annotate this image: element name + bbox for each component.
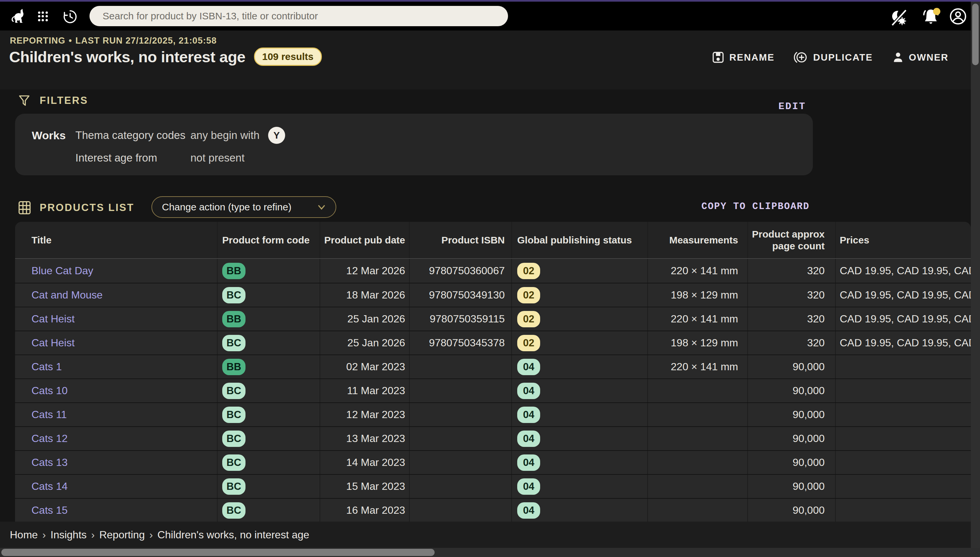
status-badge: 04	[517, 383, 540, 399]
status-badge: 02	[517, 263, 540, 279]
page-count-cell: 90,000	[792, 433, 825, 445]
change-action-value: Change action (type to refine)	[162, 202, 291, 213]
filter-value-chip: Y	[268, 127, 285, 144]
table-grid-icon	[18, 200, 31, 215]
product-title-link[interactable]: Cats 13	[31, 456, 67, 469]
product-title-link[interactable]: Cats 11	[31, 409, 67, 421]
page-count-cell: 90,000	[792, 409, 825, 421]
products-table: Title Product form code Product pub date…	[15, 222, 971, 522]
vertical-scrollbar-thumb[interactable]	[972, 3, 979, 65]
form-code-badge: BB	[222, 359, 246, 375]
prices-cell: CAD 19.95, CAD 19.95, CAD 1	[840, 289, 971, 301]
breadcrumb-current: Children's works, no interest age	[157, 529, 309, 541]
status-badge: 04	[517, 502, 540, 519]
notifications-bell-icon[interactable]	[920, 7, 941, 26]
product-title-link[interactable]: Cats 15	[31, 504, 67, 516]
owner-button[interactable]: OWNER	[892, 51, 949, 64]
form-code-badge: BC	[222, 383, 246, 399]
col-header-status: Global publishing status	[511, 222, 647, 258]
page-count-cell: 90,000	[792, 384, 825, 397]
status-badge: 04	[517, 430, 540, 447]
breadcrumb-bar: Home › Insights › Reporting › Children's…	[0, 522, 971, 548]
filter-funnel-icon	[18, 94, 31, 107]
horizontal-scrollbar-thumb[interactable]	[1, 549, 435, 556]
product-title-link[interactable]: Cats 10	[31, 384, 67, 397]
table-row: Cat and Mouse BC 18 Mar 2026 97807503491…	[15, 283, 971, 307]
pub-date-cell: 11 Mar 2023	[347, 384, 405, 397]
product-title-link[interactable]: Cat Heist	[31, 313, 75, 325]
horizontal-scrollbar-track[interactable]	[0, 548, 980, 557]
prices-cell: CAD 19.95, CAD 19.95, CAD 1	[840, 337, 971, 349]
change-action-select[interactable]: Change action (type to refine)	[152, 196, 336, 218]
page-count-cell: 320	[807, 313, 825, 325]
pub-date-cell: 14 Mar 2023	[346, 456, 405, 469]
theme-toggle-icon[interactable]	[890, 9, 908, 26]
table-row: Cats 13 BC 14 Mar 2023 04 90,000	[15, 450, 971, 474]
filter-field: Interest age from	[75, 152, 191, 164]
duplicate-icon	[794, 51, 809, 64]
search-input[interactable]	[90, 6, 508, 26]
table-row: Cat Heist BB 25 Jan 2026 9780750359115 0…	[15, 307, 971, 331]
report-last-run: LAST RUN 27/12/2025, 21:05:58	[75, 36, 217, 46]
form-code-badge: BC	[222, 502, 246, 519]
products-list-heading: PRODUCTS LIST	[18, 200, 134, 215]
table-row: Cats 12 BC 13 Mar 2023 04 90,000	[15, 426, 971, 450]
product-title-link[interactable]: Cats 12	[31, 433, 67, 445]
product-title-link[interactable]: Cats 14	[31, 480, 67, 492]
rename-button[interactable]: RENAME	[712, 51, 775, 64]
isbn-cell: 9780750359115	[430, 313, 505, 325]
col-header-isbn: Product ISBN	[409, 222, 511, 258]
status-badge: 02	[517, 287, 540, 303]
edit-filters-link[interactable]: EDIT	[778, 101, 806, 112]
product-title-link[interactable]: Blue Cat Day	[31, 265, 93, 277]
table-row: Cat Heist BC 25 Jan 2026 9780750345378 0…	[15, 331, 971, 355]
isbn-cell: 9780750345378	[429, 337, 505, 349]
product-title-link[interactable]: Cats 1	[31, 361, 62, 373]
cat-logo-icon[interactable]	[11, 8, 26, 25]
pub-date-cell: 25 Jan 2026	[347, 313, 405, 325]
breadcrumb: Home › Insights › Reporting › Children's…	[10, 529, 310, 541]
account-circle-icon[interactable]	[949, 8, 967, 25]
table-row: Cats 11 BC 12 Mar 2023 04 90,000	[15, 402, 971, 426]
status-badge: 04	[517, 454, 540, 471]
status-badge: 04	[517, 478, 540, 495]
status-badge: 04	[517, 359, 540, 375]
prices-cell: CAD 19.95, CAD 19.95, CAD 1	[840, 265, 971, 277]
isbn-cell: 9780750349130	[429, 289, 505, 301]
breadcrumb-home[interactable]: Home	[10, 529, 38, 541]
table-row: Blue Cat Day BB 12 Mar 2026 978075036006…	[15, 259, 971, 283]
col-header-form-code: Product form code	[217, 222, 320, 258]
col-header-title: Title	[15, 222, 217, 258]
duplicate-button[interactable]: DUPLICATE	[794, 51, 873, 64]
breadcrumb-insights[interactable]: Insights	[51, 529, 86, 541]
filter-group-label: Works	[32, 129, 75, 142]
table-row: Cats 15 BC 16 Mar 2023 04 90,000	[15, 498, 971, 522]
product-title-link[interactable]: Cat Heist	[31, 337, 75, 349]
measurements-cell: 220 × 141 mm	[671, 361, 738, 373]
filters-heading: FILTERS	[18, 94, 88, 107]
product-title-link[interactable]: Cat and Mouse	[31, 289, 103, 301]
pub-date-cell: 12 Mar 2023	[346, 409, 405, 421]
pub-date-cell: 02 Mar 2023	[346, 361, 405, 373]
breadcrumb-reporting[interactable]: Reporting	[99, 529, 145, 541]
apps-grid-icon[interactable]	[38, 11, 48, 21]
form-code-badge: BC	[222, 287, 246, 303]
col-header-pub-date: Product pub date	[320, 222, 409, 258]
measurements-cell: 198 × 129 mm	[671, 289, 738, 301]
history-icon[interactable]	[62, 9, 78, 24]
status-badge: 02	[517, 335, 540, 351]
page-count-cell: 320	[807, 289, 825, 301]
report-section-label: REPORTING	[10, 36, 65, 46]
table-row: Cats 10 BC 11 Mar 2023 04 90,000	[15, 378, 971, 402]
table-header-row: Title Product form code Product pub date…	[15, 222, 971, 259]
pub-date-cell: 15 Mar 2023	[346, 480, 405, 492]
filter-field: Thema category codes	[75, 129, 191, 142]
table-body: Blue Cat Day BB 12 Mar 2026 978075036006…	[15, 259, 971, 522]
prices-cell: CAD 19.95, CAD 19.95, CAD 1	[840, 313, 971, 325]
filter-panel: Works Thema category codes any begin wit…	[15, 114, 813, 175]
pub-date-cell: 18 Mar 2026	[346, 289, 405, 301]
copy-to-clipboard-button[interactable]: COPY TO CLIPBOARD	[701, 201, 810, 212]
form-code-badge: BC	[222, 430, 246, 447]
form-code-badge: BC	[222, 407, 246, 423]
vertical-scrollbar-track[interactable]	[971, 2, 980, 557]
